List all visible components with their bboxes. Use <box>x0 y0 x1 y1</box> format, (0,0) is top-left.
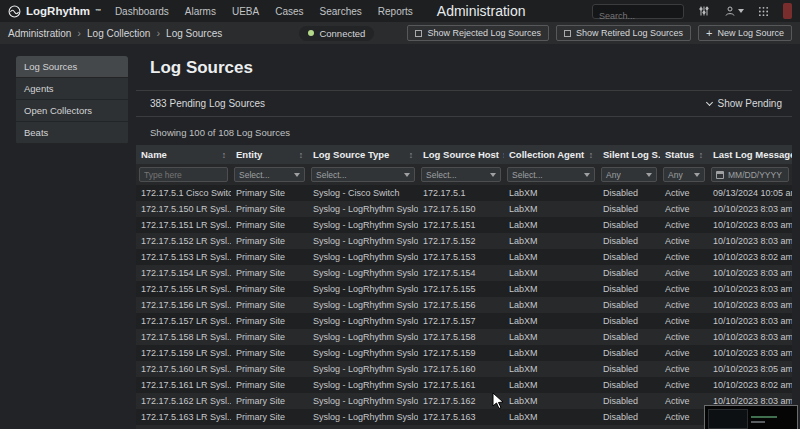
log-sources-body: 172.17.5.1 Cisco Switc... Primary Site S… <box>136 185 792 429</box>
cell-log-source-type: Syslog - LogRhythm Syslog Ge... <box>308 217 418 233</box>
cell-log-source-host: 172.17.5.162 <box>418 393 504 409</box>
cell-collection-agent: LabXM <box>504 297 598 313</box>
cell-status: Active <box>660 265 708 281</box>
log-source-host-filter-select[interactable]: Select... <box>421 167 501 182</box>
log-sources-table: Name↕ Entity↕ Log Source Type↕ Log Sourc… <box>136 145 792 429</box>
logrhythm-logo[interactable]: LogRhythm™ <box>8 5 101 18</box>
top-nav: LogRhythm™ Dashboards Alarms UEBA Cases … <box>0 0 800 22</box>
breadcrumb: Administration › Log Collection › Log So… <box>8 27 222 39</box>
sidebar-item-agents[interactable]: Agents <box>16 78 128 100</box>
menu-item-searches[interactable]: Searches <box>320 6 362 17</box>
cell-log-source-type: Syslog - LogRhythm Syslog Ge... <box>308 329 418 345</box>
column-header-log-source-type[interactable]: Log Source Type↕ <box>308 145 418 164</box>
user-menu-button[interactable] <box>724 5 744 17</box>
cell-log-source-host: 172.17.5.152 <box>418 233 504 249</box>
breadcrumb-log-collection[interactable]: Log Collection <box>87 28 150 39</box>
menu-item-ueba[interactable]: UEBA <box>232 6 259 17</box>
table-row[interactable]: 172.17.5.162 LR Sysl... Primary Site Sys… <box>136 393 792 409</box>
column-header-name[interactable]: Name↕ <box>136 145 231 164</box>
cell-collection-agent: LabXM <box>504 313 598 329</box>
cell-collection-agent: LabXM <box>504 201 598 217</box>
search-input[interactable] <box>593 9 683 22</box>
app-grid-button[interactable] <box>758 6 769 17</box>
checkbox-icon <box>564 30 571 37</box>
table-row[interactable]: 172.17.5.150 LR Sysl... Primary Site Sys… <box>136 201 792 217</box>
column-header-collection-agent[interactable]: Collection Agent↕ <box>504 145 598 164</box>
cell-entity: Primary Site <box>231 409 308 425</box>
sort-icon: ↕ <box>699 150 703 160</box>
table-row[interactable]: 172.17.5.153 LR Sysl... Primary Site Sys… <box>136 249 792 265</box>
log-source-type-filter-select[interactable]: Select... <box>311 167 415 182</box>
cell-last-log-message: 10/10/2023 8:03 am <box>708 281 792 297</box>
cell-collection-agent: LabXM <box>504 409 598 425</box>
cell-status: Active <box>660 297 708 313</box>
cell-silent: Disabled <box>598 201 660 217</box>
table-row[interactable]: 172.17.5.159 LR Sysl... Primary Site Sys… <box>136 345 792 361</box>
table-row[interactable]: 172.17.5.160 LR Sysl... Primary Site Sys… <box>136 361 792 377</box>
cell-entity: Primary Site <box>231 361 308 377</box>
table-row[interactable]: 172.17.5.164 LR Sysl... Primary Site Sys… <box>136 425 792 429</box>
chevron-down-icon <box>584 173 590 177</box>
new-log-source-button[interactable]: + New Log Source <box>698 25 792 41</box>
table-row[interactable]: 172.17.5.158 LR Sysl... Primary Site Sys… <box>136 329 792 345</box>
filter-sliders-button[interactable] <box>698 5 710 17</box>
table-row[interactable]: 172.17.5.151 LR Sysl... Primary Site Sys… <box>136 217 792 233</box>
table-row[interactable]: 172.17.5.161 LR Sysl... Primary Site Sys… <box>136 377 792 393</box>
column-header-log-source-host[interactable]: Log Source Host↕ <box>418 145 504 164</box>
sidebar-item-open-collectors[interactable]: Open Collectors <box>16 100 128 122</box>
menu-item-alarms[interactable]: Alarms <box>185 6 216 17</box>
table-row[interactable]: 172.17.5.156 LR Sysl... Primary Site Sys… <box>136 297 792 313</box>
cell-entity: Primary Site <box>231 265 308 281</box>
cell-silent: Disabled <box>598 361 660 377</box>
silent-filter-select[interactable]: Any <box>601 167 657 182</box>
sidebar-item-log-sources[interactable]: Log Sources <box>16 56 128 78</box>
breadcrumb-log-sources[interactable]: Log Sources <box>166 28 222 39</box>
show-rejected-button[interactable]: Show Rejected Log Sources <box>407 25 549 41</box>
cell-name: 172.17.5.159 LR Sysl... <box>136 345 231 361</box>
logrhythm-logo-icon <box>8 5 21 18</box>
cell-status: Active <box>660 329 708 345</box>
breadcrumb-separator: › <box>156 27 160 39</box>
table-row[interactable]: 172.17.5.1 Cisco Switc... Primary Site S… <box>136 185 792 201</box>
connected-label: Connected <box>319 28 365 39</box>
cell-silent: Disabled <box>598 377 660 393</box>
pip-overlay-window <box>704 405 798 429</box>
cell-name: 172.17.5.151 LR Sysl... <box>136 217 231 233</box>
column-header-status[interactable]: Status↕ <box>660 145 708 164</box>
date-filter[interactable]: MM/DD/YYYY <box>711 167 789 182</box>
cell-silent: Disabled <box>598 425 660 429</box>
cell-name: 172.17.5.160 LR Sysl... <box>136 361 231 377</box>
cell-collection-agent: LabXM <box>504 377 598 393</box>
column-header-last-log-message[interactable]: Last Log Message↕ <box>708 145 792 164</box>
cell-log-source-host: 172.17.5.1 <box>418 185 504 201</box>
cell-entity: Primary Site <box>231 201 308 217</box>
cell-silent: Disabled <box>598 185 660 201</box>
cell-silent: Disabled <box>598 329 660 345</box>
show-pending-toggle[interactable]: Show Pending <box>707 98 783 109</box>
table-row[interactable]: 172.17.5.163 LR Sysl... Primary Site Sys… <box>136 409 792 425</box>
cell-log-source-host: 172.17.5.161 <box>418 377 504 393</box>
name-filter-input[interactable] <box>144 170 223 180</box>
table-row[interactable]: 172.17.5.155 LR Sysl... Primary Site Sys… <box>136 281 792 297</box>
cell-name: 172.17.5.158 LR Sysl... <box>136 329 231 345</box>
menu-item-administration-active[interactable]: Administration <box>437 3 526 19</box>
column-header-entity[interactable]: Entity↕ <box>231 145 308 164</box>
cell-log-source-host: 172.17.5.157 <box>418 313 504 329</box>
column-header-silent-log-sources[interactable]: Silent Log S...↕ <box>598 145 660 164</box>
table-row[interactable]: 172.17.5.152 LR Sysl... Primary Site Sys… <box>136 233 792 249</box>
show-retired-button[interactable]: Show Retired Log Sources <box>556 25 691 41</box>
menu-item-cases[interactable]: Cases <box>275 6 303 17</box>
entity-filter-select[interactable]: Select... <box>234 167 305 182</box>
table-row[interactable]: 172.17.5.154 LR Sysl... Primary Site Sys… <box>136 265 792 281</box>
cell-collection-agent: LabXM <box>504 361 598 377</box>
cell-log-source-type: Syslog - LogRhythm Syslog Ge... <box>308 313 418 329</box>
cell-status: Active <box>660 201 708 217</box>
table-row[interactable]: 172.17.5.157 LR Sysl... Primary Site Sys… <box>136 313 792 329</box>
menu-item-reports[interactable]: Reports <box>378 6 413 17</box>
cell-status: Active <box>660 409 708 425</box>
status-filter-select[interactable]: Any <box>663 167 705 182</box>
menu-item-dashboards[interactable]: Dashboards <box>115 6 169 17</box>
collection-agent-filter-select[interactable]: Select... <box>507 167 595 182</box>
breadcrumb-administration[interactable]: Administration <box>8 28 71 39</box>
sidebar-item-beats[interactable]: Beats <box>16 122 128 144</box>
